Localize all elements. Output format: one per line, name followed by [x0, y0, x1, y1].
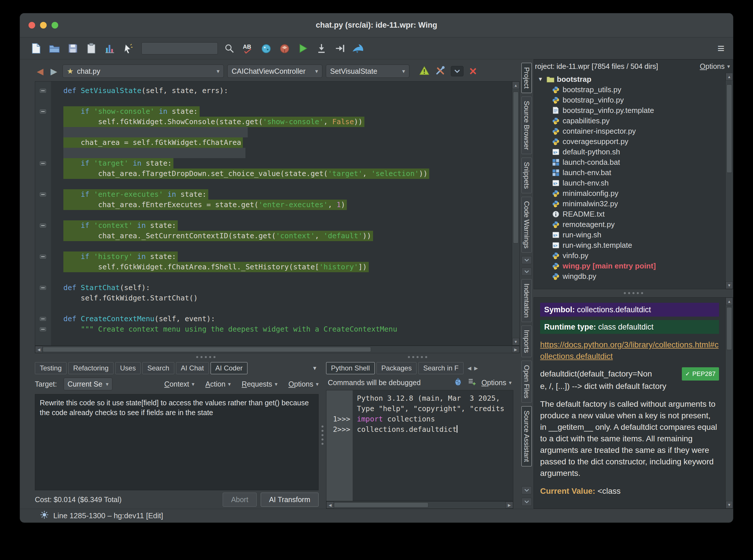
debug-bug-icon[interactable]: [454, 377, 462, 388]
scroll-thumb[interactable]: [513, 92, 518, 243]
scroll-down-icon[interactable]: ▼: [726, 501, 733, 508]
abort-button[interactable]: Abort: [223, 493, 257, 507]
tree-item[interactable]: minimalconfig.py: [534, 188, 725, 199]
scroll-thumb[interactable]: [727, 307, 732, 350]
fold-marker-icon[interactable]: [40, 161, 46, 165]
panel-toggle-chevron-icon[interactable]: [522, 486, 532, 494]
wing-shark-icon[interactable]: [351, 41, 366, 56]
side-tab-source-assistant[interactable]: Source Assistant: [522, 406, 532, 466]
zoom-window-button[interactable]: [52, 22, 58, 28]
collapse-editor-button[interactable]: [451, 66, 464, 76]
tree-item[interactable]: s>run-wing.sh.template: [534, 240, 725, 250]
packages-icon[interactable]: [277, 41, 292, 56]
fold-marker-icon[interactable]: [40, 317, 46, 321]
tree-item[interactable]: launch-env.bat: [534, 167, 725, 178]
scroll-down-icon[interactable]: ▼: [726, 281, 733, 289]
scroll-thumb[interactable]: [334, 502, 428, 507]
tab-ai-chat[interactable]: AI Chat: [176, 362, 209, 374]
scroll-thumb[interactable]: [43, 347, 371, 352]
step-into-icon[interactable]: [332, 41, 347, 56]
tree-item[interactable]: README.txt: [534, 209, 725, 219]
new-file-icon[interactable]: [28, 41, 43, 56]
minimize-window-button[interactable]: [40, 22, 47, 28]
close-window-button[interactable]: [28, 22, 35, 28]
bottom-panels-splitter[interactable]: [35, 353, 520, 361]
shell-output[interactable]: Python 3.12.8 (main, Mar 3 2025,Type "he…: [353, 390, 513, 501]
panel-toggle-chevron-icon[interactable]: [522, 267, 532, 276]
scroll-right-icon[interactable]: ▶: [512, 346, 520, 353]
close-file-icon[interactable]: ×: [469, 65, 477, 78]
tab-python-shell[interactable]: Python Shell: [326, 362, 375, 374]
menu-action[interactable]: Action▾: [205, 380, 231, 388]
tree-item[interactable]: container-inspector.py: [534, 126, 725, 136]
spellcheck-icon[interactable]: AB: [240, 41, 255, 56]
tabs-scroll-left-icon[interactable]: ◀: [468, 365, 471, 371]
nav-back-button[interactable]: ◀: [35, 66, 45, 76]
scroll-thumb[interactable]: [727, 84, 732, 173]
project-options-menu[interactable]: Options ▾: [700, 62, 730, 71]
splitter-grip[interactable]: [322, 425, 324, 445]
tab-search-in-f[interactable]: Search in F: [418, 362, 464, 374]
side-tab-indentation[interactable]: Indentation: [522, 279, 532, 322]
tree-item[interactable]: capabilities.py: [534, 116, 725, 126]
scroll-left-icon[interactable]: ◀: [35, 346, 43, 353]
editor-vscrollbar[interactable]: ▲ ▼: [512, 81, 520, 345]
side-tab-source-browser[interactable]: Source Browser: [522, 97, 532, 154]
tree-item[interactable]: remoteagent.py: [534, 219, 725, 229]
debug-to-cursor-icon[interactable]: [314, 41, 329, 56]
menu-requests[interactable]: Requests▾: [242, 380, 278, 388]
fold-marker-icon[interactable]: [40, 89, 46, 93]
splitter-grip[interactable]: [408, 356, 427, 358]
right-panels-splitter[interactable]: [533, 289, 733, 297]
tree-item[interactable]: vinfo.py: [534, 250, 725, 261]
tree-item[interactable]: coveragesupport.py: [534, 136, 725, 147]
warning-icon[interactable]: [419, 66, 429, 76]
shell-hscrollbar[interactable]: ◀ ▶: [326, 501, 513, 509]
toolbar-search-input[interactable]: [141, 42, 218, 55]
editor-hscrollbar[interactable]: ◀ ▶: [35, 346, 520, 353]
documentation-link[interactable]: https://docs.python.org/3/library/collec…: [540, 339, 719, 362]
ai-shell-splitter[interactable]: [319, 361, 326, 509]
splitter-grip[interactable]: [196, 356, 216, 358]
splitter-grip[interactable]: [624, 292, 643, 294]
new-prompt-icon[interactable]: [468, 377, 476, 388]
side-tab-project[interactable]: Project: [522, 63, 532, 93]
class-selector[interactable]: CAIChatViewController ▾: [227, 64, 322, 78]
open-folder-icon[interactable]: [47, 41, 62, 56]
tab-refactoring[interactable]: Refactoring: [68, 362, 114, 374]
scroll-up-icon[interactable]: ▲: [512, 81, 520, 89]
collapse-caret-icon[interactable]: ▼: [537, 76, 544, 82]
ai-prompt-input[interactable]: Rewrite this code so it use state[field]…: [35, 394, 319, 490]
clipboard-icon[interactable]: [84, 41, 99, 56]
tree-item[interactable]: bootstrap_vinfo.py: [534, 95, 725, 105]
search-icon[interactable]: [222, 41, 237, 56]
python-shell[interactable]: 1>>>2>>> Python 3.12.8 (main, Mar 3 2025…: [326, 390, 513, 501]
scroll-up-icon[interactable]: ▲: [726, 298, 733, 305]
file-selector[interactable]: ★ chat.py ▾: [62, 64, 224, 78]
assistant-vscrollbar[interactable]: ▲ ▼: [725, 298, 733, 508]
more-tabs-chevron-icon[interactable]: ▾: [313, 364, 319, 372]
tree-item[interactable]: launch-conda.bat: [534, 157, 725, 167]
tab-search[interactable]: Search: [142, 362, 174, 374]
ai-transform-button[interactable]: AI Transform: [261, 493, 319, 507]
fold-marker-icon[interactable]: [40, 193, 46, 197]
tree-item[interactable]: wingdb.py: [534, 271, 725, 281]
profiler-icon[interactable]: [102, 41, 117, 56]
tab-ai-coder[interactable]: AI Coder: [210, 362, 248, 374]
side-tab-imports[interactable]: Imports: [522, 325, 532, 357]
scroll-left-icon[interactable]: ◀: [326, 501, 334, 508]
titlebar[interactable]: chat.py (src/ai): ide-11.wpr: Wing: [20, 13, 733, 37]
tree-item[interactable]: minimalwin32.py: [534, 199, 725, 209]
debug-sun-icon[interactable]: [40, 511, 49, 521]
project-file-tree[interactable]: ▼bootstrapbootstrap_utils.pybootstrap_vi…: [534, 73, 725, 289]
fold-marker-icon[interactable]: [40, 223, 46, 227]
side-tab-snippets[interactable]: Snippets: [522, 158, 532, 193]
tree-item[interactable]: bootstrap_utils.py: [534, 84, 725, 95]
target-dropdown[interactable]: Current Se ▾: [64, 378, 112, 390]
tree-root-bootstrap[interactable]: ▼bootstrap: [534, 74, 725, 84]
scroll-up-icon[interactable]: ▲: [726, 73, 733, 80]
scroll-right-icon[interactable]: ▶: [506, 501, 513, 508]
fold-marker-icon[interactable]: [40, 109, 46, 114]
scroll-down-icon[interactable]: ▼: [512, 338, 520, 345]
fold-marker-icon[interactable]: [40, 286, 46, 290]
